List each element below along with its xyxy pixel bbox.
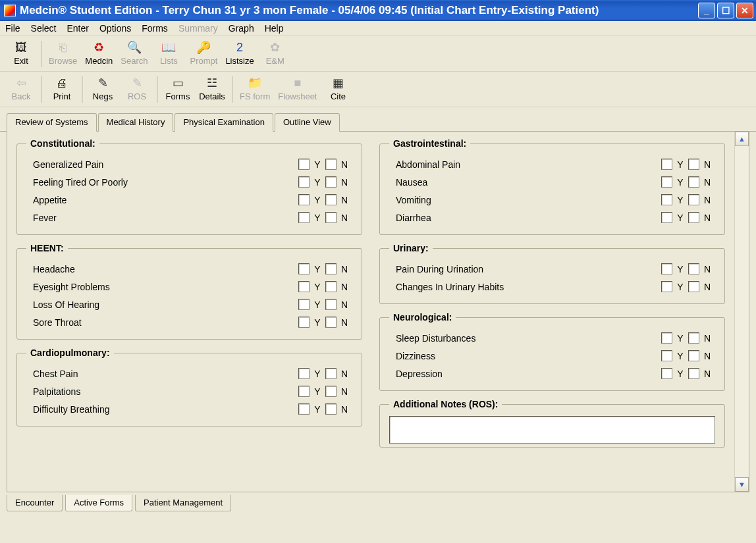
bottom-tab-encounter[interactable]: Encounter (7, 495, 63, 511)
scroll-up-icon[interactable]: ▲ (735, 132, 749, 146)
close-button[interactable]: ✕ (736, 3, 753, 18)
checkbox-y[interactable] (298, 386, 310, 397)
checkbox-y[interactable] (661, 263, 672, 274)
menu-summary[interactable]: Summary (178, 23, 218, 34)
yn-label-y: Y (312, 317, 323, 328)
section-neurological-: Neurological:Sleep DisturbancesYNDizzine… (379, 312, 725, 391)
yn-label-y: Y (312, 213, 323, 223)
checkbox-n[interactable] (325, 263, 337, 274)
cite-button[interactable]: ▦Cite (321, 74, 355, 103)
toolbar-label: Listsize (225, 56, 254, 66)
symptom-row: Changes In Urinary HabitsYN (389, 278, 715, 296)
details-button[interactable]: ☳Details (195, 74, 229, 103)
yn-label-n: N (339, 404, 350, 415)
minimize-button[interactable]: _ (698, 3, 715, 18)
bottom-tabs: EncounterActive FormsPatient Management (0, 492, 756, 515)
toolbar-separator (41, 76, 42, 103)
checkbox-n[interactable] (325, 299, 337, 310)
checkbox-y[interactable] (661, 176, 672, 188)
yn-label-y: Y (675, 213, 686, 223)
flowsheet-icon: ■ (290, 76, 305, 90)
menu-forms[interactable]: Forms (142, 23, 168, 34)
checkbox-y[interactable] (298, 368, 310, 379)
checkbox-y[interactable] (298, 159, 310, 170)
checkbox-y[interactable] (298, 194, 310, 205)
checkbox-n[interactable] (688, 368, 699, 379)
checkbox-y[interactable] (298, 317, 310, 328)
vertical-scrollbar[interactable]: ▲ ▼ (734, 132, 749, 492)
checkbox-y[interactable] (661, 332, 672, 344)
checkbox-y[interactable] (298, 176, 310, 188)
scroll-track[interactable] (735, 146, 749, 477)
prompt-icon: 🔑 (196, 40, 211, 55)
checkbox-y[interactable] (661, 194, 672, 205)
tab-physical-examination[interactable]: Physical Examination (175, 113, 273, 132)
symptom-row: NauseaYN (389, 173, 715, 191)
menu-enter[interactable]: Enter (67, 23, 88, 34)
checkbox-n[interactable] (688, 332, 699, 344)
checkbox-y[interactable] (298, 212, 310, 223)
bottom-tab-active-forms[interactable]: Active Forms (65, 495, 132, 511)
notes-textarea[interactable] (389, 416, 715, 444)
section-title: Urinary: (389, 243, 433, 253)
yn-label-n: N (339, 386, 350, 397)
checkbox-y[interactable] (298, 281, 310, 292)
medcin-button[interactable]: ♻Medcin (81, 39, 117, 67)
menu-options[interactable]: Options (99, 23, 131, 34)
section-title: Cardiopulmonary: (26, 348, 114, 358)
forms-icon: ▭ (171, 76, 185, 90)
menu-graph[interactable]: Graph (229, 23, 254, 34)
yn-label-y: Y (312, 404, 323, 415)
checkbox-y[interactable] (298, 403, 310, 415)
checkbox-n[interactable] (688, 176, 699, 188)
checkbox-n[interactable] (688, 194, 699, 205)
yn-label-n: N (702, 159, 713, 170)
listsize-button[interactable]: 2Listsize (221, 39, 257, 67)
checkbox-n[interactable] (325, 176, 337, 188)
scroll-down-icon[interactable]: ▼ (735, 477, 749, 492)
negs-button[interactable]: ✎Negs (86, 74, 120, 103)
checkbox-n[interactable] (325, 212, 337, 223)
menu-select[interactable]: Select (31, 23, 57, 34)
checkbox-n[interactable] (325, 159, 337, 170)
yn-label-y: Y (312, 299, 323, 310)
checkbox-n[interactable] (325, 281, 337, 292)
yn-label-y: Y (675, 333, 686, 344)
menu-file[interactable]: File (5, 23, 20, 34)
checkbox-n[interactable] (325, 386, 337, 397)
symptom-label: Diarrhea (389, 213, 661, 223)
maximize-button[interactable]: ☐ (717, 3, 734, 18)
forms-button[interactable]: ▭Forms (161, 74, 195, 103)
toolbar-separator (232, 76, 233, 103)
section-title: Additional Notes (ROS): (389, 399, 502, 409)
exit-button[interactable]: 🖼Exit (4, 39, 38, 67)
window-titlebar: Medcin® Student Edition - Terry Chun 31 … (0, 0, 756, 21)
yn-label-y: Y (312, 195, 323, 205)
checkbox-n[interactable] (325, 403, 337, 415)
checkbox-n[interactable] (325, 368, 337, 379)
print-button[interactable]: 🖨Print (45, 74, 79, 103)
e-m-button: ✿E&M (258, 39, 292, 67)
checkbox-y[interactable] (661, 350, 672, 361)
checkbox-n[interactable] (688, 159, 699, 170)
checkbox-n[interactable] (325, 317, 337, 328)
tab-review-of-systems[interactable]: Review of Systems (7, 113, 97, 132)
tab-medical-history[interactable]: Medical History (98, 113, 174, 132)
checkbox-n[interactable] (688, 281, 699, 292)
symptom-label: Depression (389, 369, 661, 379)
checkbox-y[interactable] (298, 263, 310, 274)
checkbox-n[interactable] (325, 194, 337, 205)
checkbox-n[interactable] (688, 350, 699, 361)
checkbox-y[interactable] (661, 368, 672, 379)
checkbox-n[interactable] (688, 212, 699, 223)
menu-help[interactable]: Help (265, 23, 284, 34)
checkbox-y[interactable] (661, 212, 672, 223)
bottom-tab-patient-management[interactable]: Patient Management (135, 495, 231, 511)
checkbox-n[interactable] (688, 263, 699, 274)
checkbox-y[interactable] (661, 159, 672, 170)
checkbox-y[interactable] (661, 281, 672, 292)
symptom-label: Feeling Tired Or Poorly (26, 177, 298, 188)
symptom-row: Feeling Tired Or PoorlyYN (26, 173, 352, 191)
tab-outline-view[interactable]: Outline View (275, 113, 340, 132)
checkbox-y[interactable] (298, 299, 310, 310)
